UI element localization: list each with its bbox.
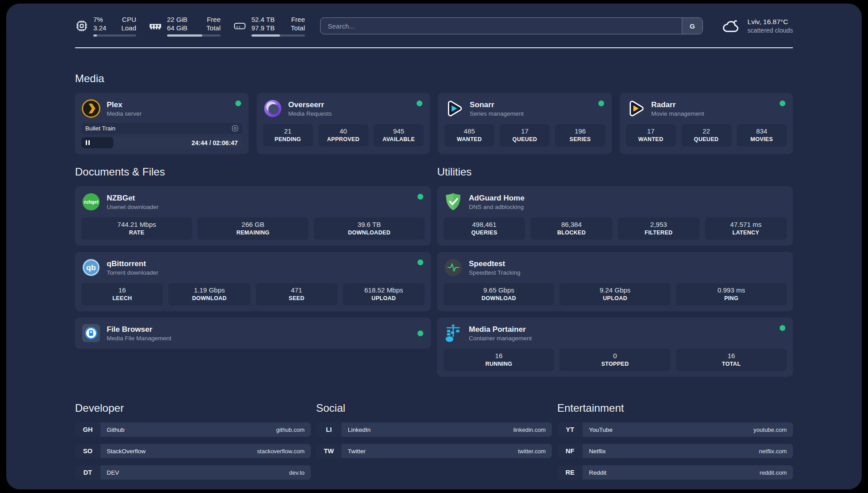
cpu-icon bbox=[75, 19, 88, 33]
stat-download: 1.19 Gbps DOWNLOAD bbox=[168, 283, 250, 305]
memory-icon bbox=[149, 19, 162, 33]
status-dot bbox=[417, 100, 422, 106]
dashboard-panel: 7% 3.24 CPU Load bbox=[6, 4, 862, 489]
svg-text:nzbget: nzbget bbox=[84, 200, 99, 205]
playback-time: 24:44 / 02:06:47 bbox=[192, 139, 238, 146]
stat-downloaded: 39.6 TB DOWNLOADED bbox=[314, 217, 425, 240]
stat-queued: 17 QUEUED bbox=[500, 124, 550, 146]
section-title-social: Social bbox=[316, 402, 552, 414]
bookmark-url: dev.to bbox=[289, 469, 305, 476]
bookmark-github[interactable]: GH Github github.com bbox=[75, 422, 311, 437]
search-input[interactable] bbox=[321, 18, 682, 34]
app-card-radarr[interactable]: Radarr Movie management 17 WANTED 22 QUE… bbox=[620, 93, 793, 154]
stat-upload: 9.24 Gbps UPLOAD bbox=[559, 283, 670, 305]
status-dot bbox=[780, 100, 785, 106]
weather-location-temp: Lviv, 16.87°C bbox=[747, 17, 793, 26]
memory-stat: 22 GiB 64 GiB Free Total bbox=[149, 15, 221, 37]
plex-icon bbox=[81, 99, 101, 118]
bookmark-twitter[interactable]: TW Twitter twitter.com bbox=[316, 444, 552, 458]
stat-upload: 618.52 Mbps UPLOAD bbox=[343, 283, 425, 305]
bookmark-url: twitter.com bbox=[518, 448, 546, 455]
bookmark-abbr: RE bbox=[557, 465, 583, 480]
playback-seekbar[interactable]: 24:44 / 02:06:47 bbox=[81, 137, 242, 148]
now-playing-title: Bullet Train bbox=[85, 125, 116, 132]
stat-running: 16 RUNNING bbox=[443, 349, 554, 371]
weather-condition: scattered clouds bbox=[747, 26, 793, 34]
disk-stat: 52.4 TB 97.9 TB Free Total bbox=[233, 15, 305, 37]
bookmark-netflix[interactable]: NF Netflix netflix.com bbox=[557, 444, 793, 458]
stat-download: 9.65 Gbps DOWNLOAD bbox=[443, 283, 554, 305]
stat-rate: 744.21 Mbps RATE bbox=[81, 217, 192, 240]
search-engine-button[interactable]: G bbox=[682, 18, 702, 34]
cpu-load-value: 3.24 bbox=[93, 24, 106, 32]
app-subtitle: Speedtest Tracking bbox=[469, 269, 521, 276]
sonarr-icon bbox=[444, 99, 464, 118]
bookmark-abbr: YT bbox=[557, 422, 583, 437]
bookmark-stackoverflow[interactable]: SO StackOverflow stackoverflow.com bbox=[75, 444, 311, 458]
memory-free-label: Free bbox=[206, 15, 221, 24]
portainer-icon bbox=[443, 323, 463, 343]
app-card-nzbget[interactable]: nzbget NZBGet Usenet downloader 744.21 M… bbox=[75, 186, 431, 246]
bookmark-linkedin[interactable]: LI LinkedIn linkedin.com bbox=[316, 422, 552, 437]
radarr-icon bbox=[626, 99, 646, 118]
stat-stopped: 0 STOPPED bbox=[559, 349, 670, 371]
bookmark-url: netflix.com bbox=[759, 448, 787, 455]
bookmark-abbr: LI bbox=[316, 422, 342, 437]
pause-icon[interactable] bbox=[86, 140, 90, 145]
stat-approved: 40 APPROVED bbox=[318, 124, 368, 146]
app-card-portainer[interactable]: Media Portainer Container management 16 … bbox=[437, 318, 793, 377]
section-title-utilities: Utilities bbox=[437, 166, 793, 178]
app-card-filebrowser[interactable]: File Browser Media File Management bbox=[75, 318, 431, 349]
overseerr-icon bbox=[263, 99, 283, 118]
bookmark-name: StackOverflow bbox=[107, 448, 146, 455]
stat-blocked: 86,384 BLOCKED bbox=[530, 217, 612, 240]
stat-latency: 47.571 ms LATENCY bbox=[705, 217, 787, 240]
disk-total-value: 97.9 TB bbox=[251, 24, 275, 32]
stat-queries: 498,461 QUERIES bbox=[443, 217, 525, 240]
app-subtitle: Container management bbox=[469, 334, 532, 342]
app-subtitle: Media server bbox=[107, 110, 142, 117]
section-title-media: Media bbox=[75, 72, 793, 85]
status-dot bbox=[780, 325, 785, 331]
session-info-icon[interactable] bbox=[232, 125, 238, 132]
stat-movies: 834 MOVIES bbox=[737, 124, 787, 146]
app-card-speedtest[interactable]: Speedtest Speedtest Tracking 9.65 Gbps D… bbox=[437, 252, 793, 311]
stat-total: 16 TOTAL bbox=[676, 349, 787, 371]
bookmark-url: linkedin.com bbox=[513, 426, 546, 433]
stat-series: 196 SERIES bbox=[555, 124, 605, 146]
memory-free-value: 22 GiB bbox=[167, 15, 188, 24]
app-subtitle: Media File Management bbox=[107, 334, 171, 342]
weather-widget: Lviv, 16.87°C scattered clouds bbox=[722, 17, 793, 34]
app-name: File Browser bbox=[107, 325, 171, 334]
app-subtitle: Torrent downloader bbox=[107, 269, 159, 276]
system-stats: 7% 3.24 CPU Load bbox=[75, 15, 305, 37]
app-card-overseerr[interactable]: Overseerr Media Requests 21 PENDING 40 A… bbox=[257, 93, 430, 154]
app-name: Radarr bbox=[651, 100, 705, 110]
svg-text:qb: qb bbox=[86, 263, 96, 272]
cpu-usage-label: CPU bbox=[121, 15, 136, 24]
app-card-adguard[interactable]: AdGuard Home DNS and adblocking 498,461 … bbox=[437, 186, 793, 246]
app-card-qbittorrent[interactable]: qb qBittorrent Torrent downloader 16 LEE… bbox=[75, 252, 431, 311]
bookmark-url: github.com bbox=[276, 426, 305, 433]
stat-available: 945 AVAILABLE bbox=[374, 124, 424, 146]
stat-queued: 22 QUEUED bbox=[681, 124, 731, 146]
bookmark-youtube[interactable]: YT YouTube youtube.com bbox=[557, 422, 793, 437]
app-subtitle: Series management bbox=[470, 110, 524, 117]
app-card-sonarr[interactable]: Sonarr Series management 485 WANTED 17 Q… bbox=[438, 93, 612, 154]
bookmark-abbr: SO bbox=[75, 444, 100, 458]
stat-ping: 0.993 ms PING bbox=[676, 283, 787, 305]
app-name: Plex bbox=[107, 100, 142, 110]
bookmark-name: DEV bbox=[107, 469, 119, 476]
bookmark-url: stackoverflow.com bbox=[257, 448, 305, 455]
memory-total-value: 64 GiB bbox=[167, 24, 188, 32]
adguard-icon bbox=[443, 192, 463, 212]
app-card-plex[interactable]: Plex Media server Bullet Train 24:44 / 0… bbox=[75, 93, 249, 154]
bookmark-reddit[interactable]: RE Reddit reddit.com bbox=[557, 465, 793, 480]
status-dot bbox=[235, 100, 241, 106]
disk-free-label: Free bbox=[291, 15, 305, 24]
bookmark-dev[interactable]: DT DEV dev.to bbox=[75, 465, 311, 480]
stat-leech: 16 LEECH bbox=[81, 283, 163, 305]
bookmark-name: YouTube bbox=[589, 426, 613, 433]
app-name: qBittorrent bbox=[107, 259, 159, 269]
bookmark-abbr: DT bbox=[75, 465, 100, 480]
